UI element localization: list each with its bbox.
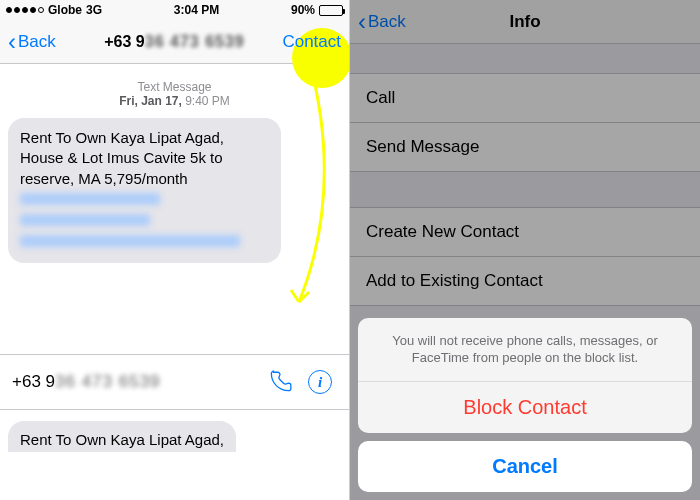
preview-number: +63 936 473 6539 [12,372,257,392]
message-link-blurred-2 [20,214,150,226]
clock-label: 3:04 PM [174,3,219,17]
chevron-left-icon: ‹ [8,30,16,54]
block-contact-button[interactable]: Block Contact [358,382,692,433]
messages-area: Text Message Fri, Jan 17, 9:40 PM Rent T… [0,64,349,263]
back-label: Back [18,32,56,52]
messages-screen: Globe 3G 3:04 PM 90% ‹ Back +63 936 473 … [0,0,350,500]
title-prefix: +63 9 [104,33,144,50]
block-contact-label: Block Contact [463,396,586,418]
contact-button[interactable]: Contact [282,32,341,52]
action-sheet-box: You will not receive phone calls, messag… [358,318,692,433]
preview-number-blurred: 36 473 6539 [55,372,161,391]
cancel-button[interactable]: Cancel [358,441,692,492]
signal-dots-icon [6,7,44,13]
phone-icon [267,369,293,395]
info-icon: i [308,370,332,394]
status-bar: Globe 3G 3:04 PM 90% [0,0,349,20]
call-button[interactable] [263,365,297,399]
battery-pct: 90% [291,3,315,17]
message-type-label: Text Message [8,80,341,94]
message-time: 9:40 PM [185,94,230,108]
message-bubble[interactable]: Rent To Own Kaya Lipat Agad, House & Lot… [8,118,281,263]
block-action-sheet: You will not receive phone calls, messag… [350,310,700,500]
info-button[interactable]: i [303,365,337,399]
message-bubble-preview: Rent To Own Kaya Lipat Agad, [8,421,236,452]
back-button[interactable]: ‹ Back [8,30,56,54]
carrier-label: Globe [48,3,82,17]
status-left: Globe 3G [6,3,102,17]
messages-nav-bar: ‹ Back +63 936 473 6539 Contact [0,20,349,64]
message-link-blurred-3 [20,235,240,247]
title-blurred: 36 473 6539 [145,33,245,50]
preview-text: Rent To Own Kaya Lipat Agad, [20,431,224,448]
network-label: 3G [86,3,102,17]
message-timestamp: Text Message Fri, Jan 17, 9:40 PM [8,80,341,108]
block-warning-text: You will not receive phone calls, messag… [358,318,692,382]
message-text: Rent To Own Kaya Lipat Agad, House & Lot… [20,129,224,187]
preview-number-prefix: +63 9 [12,372,55,391]
cancel-label: Cancel [492,455,558,477]
conversation-preview-row[interactable]: +63 936 473 6539 i [0,354,349,410]
message-link-blurred-1 [20,193,160,205]
battery-icon [319,5,343,16]
message-date: Fri, Jan 17, [119,94,182,108]
contact-label: Contact [282,32,341,51]
status-right: 90% [291,3,343,17]
info-screen: ‹ Back Info Call Send Message Create New… [350,0,700,500]
